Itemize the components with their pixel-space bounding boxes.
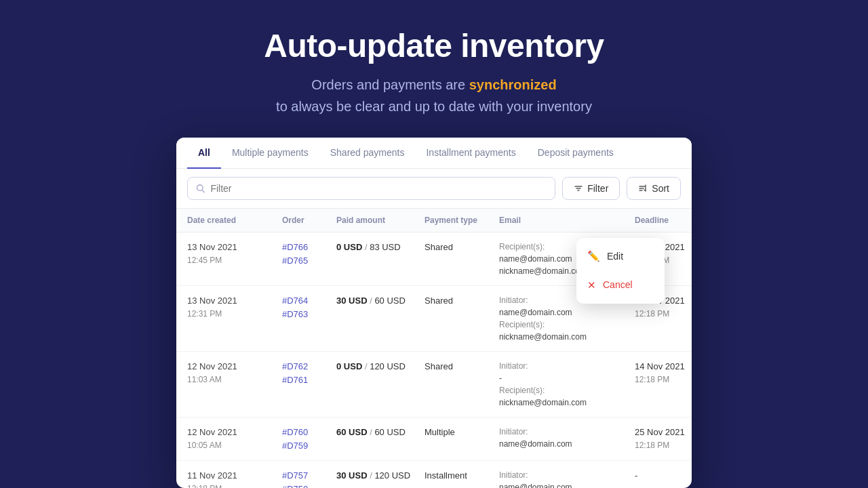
cell-orders: #D757 #D758 — [282, 469, 336, 488]
order-link[interactable]: #D757 — [282, 470, 308, 481]
cell-amount: 30 USD / 120 USD — [336, 469, 425, 483]
sort-label: Sort — [652, 183, 669, 194]
tab-shared[interactable]: Shared payments — [319, 138, 416, 169]
table-row: 12 Nov 2021 10:05 AM #D760 #D759 60 USD … — [176, 418, 692, 461]
edit-icon: ✏️ — [587, 249, 600, 264]
cell-amount: 0 USD / 120 USD — [336, 360, 425, 373]
cell-email: Initiator: name@domain.com — [499, 426, 635, 450]
cell-date: 13 Nov 2021 12:45 PM — [187, 241, 282, 266]
cell-orders: #D766 #D765 — [282, 241, 336, 267]
order-link[interactable]: #D763 — [282, 309, 308, 319]
cell-deadline: 14 Nov 2021 12:18 PM — [635, 360, 692, 386]
table-row: 13 Nov 2021 12:45 PM #D766 #D765 0 USD /… — [176, 232, 692, 286]
sort-button[interactable]: Sort — [627, 177, 681, 200]
cell-type: Installment — [425, 469, 499, 483]
order-link[interactable]: #D759 — [282, 441, 308, 451]
cell-orders: #D762 #D761 — [282, 360, 336, 386]
menu-edit-label: Edit — [607, 249, 623, 264]
page-title: Auto-update inventory — [264, 27, 604, 64]
filter-icon — [574, 184, 583, 193]
col-order: Order — [282, 216, 336, 225]
cell-orders: #D764 #D763 — [282, 294, 336, 321]
table-body: 13 Nov 2021 12:45 PM #D766 #D765 0 USD /… — [176, 232, 692, 488]
menu-cancel-label: Cancel — [603, 278, 633, 292]
col-email: Email — [499, 216, 635, 225]
header-section: Auto-update inventory Orders and payment… — [250, 0, 618, 138]
main-card: All Multiple payments Shared payments In… — [176, 138, 692, 488]
order-link[interactable]: #D765 — [282, 256, 308, 266]
context-menu: ✏️ Edit ✕ Cancel — [576, 238, 665, 304]
tab-installment[interactable]: Installment payments — [415, 138, 526, 169]
subtitle-after: to always be clear and up to date with y… — [276, 99, 592, 114]
cell-deadline: - — [635, 469, 692, 483]
cell-type: Shared — [425, 360, 499, 373]
cancel-icon: ✕ — [587, 278, 596, 293]
col-type: Payment type — [425, 216, 499, 225]
cell-email: Initiator: - Recipient(s): nickname@doma… — [499, 360, 635, 409]
search-icon — [196, 184, 205, 193]
col-deadline: Deadline — [635, 216, 692, 225]
table-header: Date created Order Paid amount Payment t… — [176, 209, 692, 232]
subtitle-highlight: synchronized — [469, 77, 557, 92]
filter-label: Filter — [587, 183, 608, 194]
cell-type: Shared — [425, 241, 499, 254]
cell-date: 13 Nov 2021 12:31 PM — [187, 294, 282, 320]
order-link[interactable]: #D761 — [282, 375, 308, 385]
cell-deadline: 25 Nov 2021 12:18 PM — [635, 426, 692, 451]
tab-all[interactable]: All — [187, 138, 221, 169]
search-box — [187, 177, 555, 200]
menu-cancel-item[interactable]: ✕ Cancel — [576, 271, 665, 300]
cell-email: Initiator: name@domain.com — [499, 469, 635, 488]
order-link[interactable]: #D760 — [282, 427, 308, 437]
menu-edit-item[interactable]: ✏️ Edit — [576, 242, 665, 271]
order-link[interactable]: #D762 — [282, 361, 308, 371]
order-link[interactable]: #D764 — [282, 296, 308, 306]
tab-multiple[interactable]: Multiple payments — [221, 138, 319, 169]
tab-deposit[interactable]: Deposit payments — [527, 138, 625, 169]
filter-button[interactable]: Filter — [562, 177, 620, 200]
tab-bar: All Multiple payments Shared payments In… — [176, 138, 692, 169]
cell-type: Shared — [425, 294, 499, 308]
order-link[interactable]: #D766 — [282, 242, 308, 252]
toolbar: Filter Sort — [176, 169, 692, 209]
sort-icon — [638, 184, 648, 193]
cell-type: Multiple — [425, 426, 499, 439]
table-row: 12 Nov 2021 11:03 AM #D762 #D761 0 USD /… — [176, 352, 692, 418]
subtitle: Orders and payments are synchronized to … — [264, 74, 604, 117]
cell-orders: #D760 #D759 — [282, 426, 336, 452]
search-input[interactable] — [210, 183, 547, 194]
cell-date: 12 Nov 2021 10:05 AM — [187, 426, 282, 451]
order-link[interactable]: #D758 — [282, 484, 308, 489]
table-row: 11 Nov 2021 12:18 PM #D757 #D758 30 USD … — [176, 461, 692, 488]
cell-amount: 0 USD / 83 USD — [336, 241, 425, 254]
cell-date: 12 Nov 2021 11:03 AM — [187, 360, 282, 386]
cell-amount: 60 USD / 60 USD — [336, 426, 425, 439]
col-paid: Paid amount — [336, 216, 425, 225]
subtitle-before: Orders and payments are — [311, 77, 469, 92]
cell-amount: 30 USD / 60 USD — [336, 294, 425, 308]
cell-date: 11 Nov 2021 12:18 PM — [187, 469, 282, 488]
svg-line-1 — [202, 190, 204, 192]
col-date: Date created — [187, 216, 282, 225]
